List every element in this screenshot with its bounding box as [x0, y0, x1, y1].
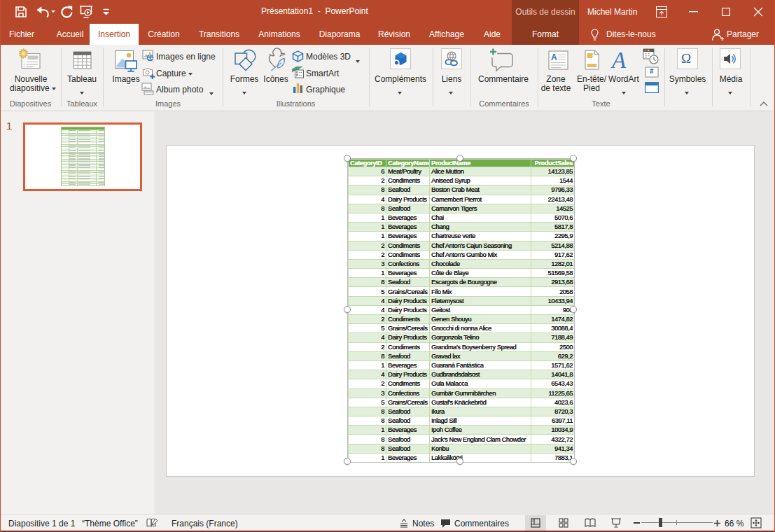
- svg-text:A: A: [551, 52, 557, 62]
- svg-text:A: A: [610, 49, 627, 70]
- svg-text:Ω: Ω: [681, 51, 691, 66]
